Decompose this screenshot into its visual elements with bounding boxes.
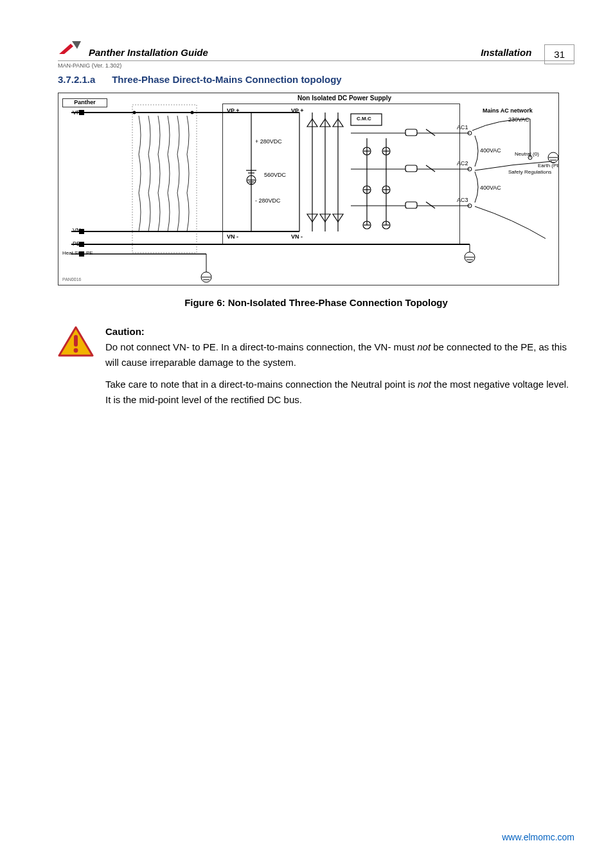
caution-text: Caution: Do not connect VN- to PE. In a … bbox=[105, 326, 574, 414]
section-heading: 3.7.2.1.a Three-Phase Direct-to-Mains Co… bbox=[58, 74, 574, 85]
lbl-ac2: AC2 bbox=[457, 160, 468, 167]
brand-logo bbox=[58, 39, 84, 59]
lbl-230: 230VAC bbox=[508, 116, 529, 123]
caution-p2-em: not bbox=[418, 379, 431, 390]
warning-icon bbox=[58, 326, 94, 358]
header-doc-title: Panther Installation Guide bbox=[89, 47, 481, 59]
lbl-plus280: + 280VDC bbox=[255, 138, 282, 145]
section-title: Three-Phase Direct-to-Mains Connection t… bbox=[112, 74, 342, 85]
svg-line-37 bbox=[426, 129, 435, 136]
svg-point-62 bbox=[133, 111, 136, 114]
svg-rect-34 bbox=[405, 129, 417, 136]
svg-rect-35 bbox=[405, 165, 417, 172]
lbl-vp-left: VP + bbox=[73, 109, 85, 116]
page-number: 31 bbox=[544, 44, 574, 64]
svg-rect-36 bbox=[405, 202, 417, 208]
caution-block: Caution: Do not connect VN- to PE. In a … bbox=[58, 326, 574, 414]
caution-p1-em: not bbox=[417, 341, 431, 352]
lbl-ac1: AC1 bbox=[457, 124, 468, 131]
topology-diagram: Panther Non Isolated DC Power Supply bbox=[58, 93, 559, 285]
svg-rect-64 bbox=[74, 335, 78, 347]
caution-p1: Do not connect VN- to PE. In a direct-to… bbox=[105, 339, 574, 370]
lbl-vn-mid: VN - bbox=[227, 233, 238, 240]
lbl-400b: 400VAC bbox=[480, 185, 501, 191]
lbl-vn-left: VN - bbox=[73, 227, 84, 233]
lbl-vn-right: VN - bbox=[291, 233, 303, 240]
lbl-hs-pe: Heat Sink PE bbox=[62, 250, 93, 256]
lbl-cmc: C.M.C bbox=[357, 116, 371, 122]
lbl-neutral: Neutral (0) bbox=[515, 151, 539, 157]
lbl-safety: Safety Regulations bbox=[508, 169, 551, 175]
lbl-minus280: - 280VDC bbox=[255, 197, 281, 204]
page-footer: www.elmomc.com bbox=[502, 832, 574, 842]
lbl-400a: 400VAC bbox=[480, 147, 501, 154]
doc-version: MAN-PANIG (Ver. 1.302) bbox=[58, 62, 574, 69]
lbl-pe: PE bbox=[73, 240, 80, 247]
figure-caption: Figure 6: Non-Isolated Three-Phase Conne… bbox=[58, 297, 574, 308]
svg-line-38 bbox=[426, 165, 435, 172]
lbl-vp-right: VP + bbox=[291, 107, 304, 114]
lbl-vp-mid: VP + bbox=[227, 107, 240, 114]
lbl-figid: PAN0016 bbox=[62, 277, 81, 282]
lbl-mains: Mains AC network bbox=[483, 107, 533, 114]
caution-p1a: Do not connect VN- to PE. In a direct-to… bbox=[105, 341, 417, 352]
svg-point-65 bbox=[74, 348, 78, 353]
section-number: 3.7.2.1.a bbox=[58, 74, 109, 85]
page-header: Panther Installation Guide Installation … bbox=[58, 39, 574, 61]
svg-point-63 bbox=[191, 111, 194, 114]
caution-p2a: Take care to note that in a direct-to-ma… bbox=[105, 379, 418, 390]
lbl-ac3: AC3 bbox=[457, 197, 468, 203]
footer-link[interactable]: www.elmomc.com bbox=[502, 832, 574, 842]
header-section-name: Installation bbox=[481, 47, 531, 59]
caution-heading: Caution: bbox=[105, 326, 574, 337]
lbl-earth: Earth (PE) bbox=[538, 163, 559, 168]
lbl-560: 560VDC bbox=[264, 172, 286, 178]
caution-p2: Take care to note that in a direct-to-ma… bbox=[105, 377, 574, 408]
svg-line-39 bbox=[426, 202, 435, 208]
